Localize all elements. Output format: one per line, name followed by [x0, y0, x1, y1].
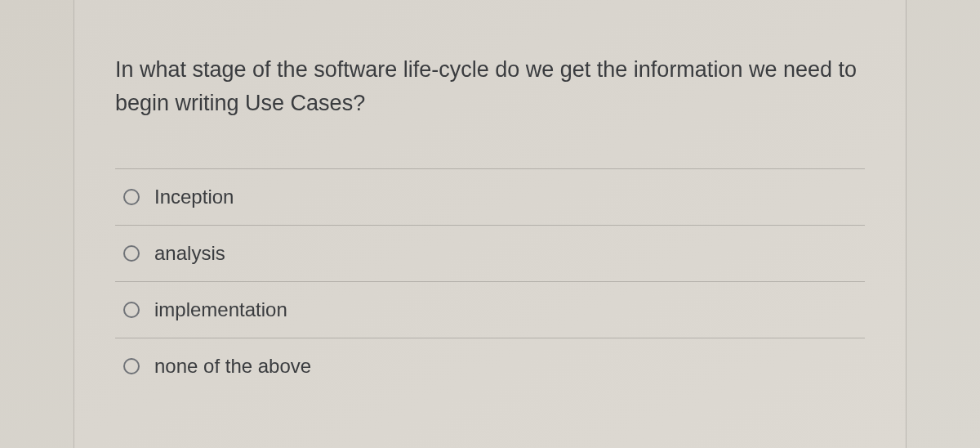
radio-icon[interactable]: [123, 189, 140, 205]
radio-icon[interactable]: [123, 245, 140, 262]
option-label: implementation: [154, 298, 287, 321]
option-row[interactable]: Inception: [115, 168, 865, 225]
option-row[interactable]: implementation: [115, 281, 865, 338]
option-label: Inception: [154, 186, 234, 208]
option-label: none of the above: [154, 355, 311, 378]
question-text: In what stage of the software life-cycle…: [115, 53, 865, 119]
question-container: In what stage of the software life-cycle…: [74, 0, 906, 448]
option-row[interactable]: none of the above: [115, 338, 865, 394]
radio-icon[interactable]: [123, 358, 140, 374]
options-list: Inception analysis implementation none o…: [115, 168, 865, 394]
option-label: analysis: [154, 242, 225, 265]
radio-icon[interactable]: [123, 302, 140, 318]
option-row[interactable]: analysis: [115, 225, 865, 281]
